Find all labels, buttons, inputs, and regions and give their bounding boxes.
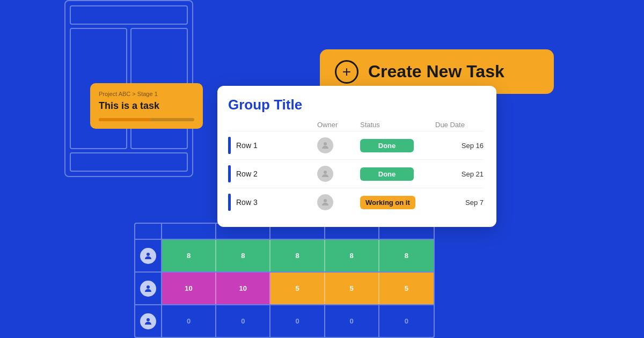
gantt-header-cells bbox=[162, 224, 434, 239]
gantt-header-row bbox=[135, 224, 434, 240]
task-breadcrumb: Project ABC > Stage 1 bbox=[99, 91, 194, 97]
row-accent bbox=[228, 165, 231, 182]
col-header-owner: Owner bbox=[317, 121, 360, 129]
gantt-cell: 0 bbox=[379, 305, 434, 337]
gantt-cell: 0 bbox=[270, 305, 325, 337]
gantt-cells-2: 10 10 5 5 5 bbox=[162, 273, 434, 304]
row-3-avatar bbox=[317, 194, 333, 210]
gantt-row-1: 8 8 8 8 8 bbox=[135, 240, 434, 273]
row-1-avatar bbox=[317, 137, 333, 153]
gantt-col-3 bbox=[270, 224, 325, 239]
svg-point-5 bbox=[147, 318, 150, 321]
group-title: Group Title bbox=[228, 97, 484, 113]
svg-point-1 bbox=[324, 171, 327, 174]
row-2-avatar bbox=[317, 166, 333, 182]
svg-point-3 bbox=[147, 253, 150, 256]
plus-icon: + bbox=[335, 60, 358, 84]
gantt-col-4 bbox=[325, 224, 379, 239]
gantt-row-2: 10 10 5 5 5 bbox=[135, 273, 434, 305]
gantt-cell: 8 bbox=[270, 240, 325, 271]
row-2-name: Row 2 bbox=[236, 170, 258, 178]
table-row: Row 3 Working on it Sep 7 bbox=[228, 188, 484, 216]
table-row: Row 1 Done Sep 16 bbox=[228, 131, 484, 159]
table-header: Owner Status Due Date bbox=[228, 119, 484, 131]
gantt-row-3: 0 0 0 0 0 bbox=[135, 305, 434, 337]
svg-point-0 bbox=[324, 142, 327, 145]
table-card: Group Title Owner Status Due Date Row 1 … bbox=[217, 86, 496, 227]
table-row: Row 2 Done Sep 21 bbox=[228, 159, 484, 188]
gantt-cell: 10 bbox=[162, 273, 216, 304]
gantt-header-left bbox=[135, 224, 162, 239]
progress-bar-bg bbox=[99, 118, 194, 121]
gantt-avatar-2 bbox=[135, 273, 162, 304]
row-2-name-cell: Row 2 bbox=[228, 165, 317, 182]
row-accent bbox=[228, 194, 231, 211]
col-header-due: Due Date bbox=[435, 121, 484, 129]
row-1-name: Row 1 bbox=[236, 141, 258, 150]
row-1-due: Sep 16 bbox=[435, 142, 484, 150]
svg-point-2 bbox=[324, 199, 327, 202]
gantt-cell: 0 bbox=[162, 305, 216, 337]
gantt-col-2 bbox=[216, 224, 270, 239]
row-2-due: Sep 21 bbox=[435, 170, 484, 178]
gantt-col-5 bbox=[379, 224, 434, 239]
gantt-cell: 8 bbox=[379, 240, 434, 271]
svg-point-4 bbox=[147, 285, 150, 289]
gantt-cell: 0 bbox=[216, 305, 270, 337]
gantt-cell: 8 bbox=[216, 240, 270, 271]
gantt-cell: 8 bbox=[162, 240, 216, 271]
row-1-name-cell: Row 1 bbox=[228, 137, 317, 154]
task-title: This is a task bbox=[99, 100, 194, 112]
gantt-grid: 8 8 8 8 8 10 10 5 5 5 bbox=[134, 223, 435, 338]
row-3-name-cell: Row 3 bbox=[228, 194, 317, 211]
row-3-due: Sep 7 bbox=[435, 199, 484, 207]
gantt-section: 8 8 8 8 8 10 10 5 5 5 bbox=[134, 223, 435, 338]
col-header-status: Status bbox=[360, 121, 435, 129]
gantt-cells-3: 0 0 0 0 0 bbox=[162, 305, 434, 337]
gantt-avatar-1 bbox=[135, 240, 162, 271]
mock-bar-2 bbox=[70, 152, 188, 172]
gantt-person-icon-1 bbox=[140, 248, 156, 264]
gantt-cell: 5 bbox=[379, 273, 434, 304]
gantt-cell: 8 bbox=[325, 240, 379, 271]
gantt-person-icon-2 bbox=[140, 281, 156, 297]
gantt-cell: 5 bbox=[325, 273, 379, 304]
mock-bar-1 bbox=[70, 5, 188, 25]
row-1-status: Done bbox=[360, 139, 435, 152]
task-card: Project ABC > Stage 1 This is a task bbox=[90, 83, 203, 129]
row-accent bbox=[228, 137, 231, 154]
gantt-avatar-3 bbox=[135, 305, 162, 337]
gantt-cells-1: 8 8 8 8 8 bbox=[162, 240, 434, 271]
gantt-cell: 10 bbox=[216, 273, 270, 304]
gantt-col-1 bbox=[162, 224, 216, 239]
create-task-label: Create New Task bbox=[368, 62, 504, 82]
row-3-status: Working on it bbox=[360, 196, 435, 209]
row-2-status: Done bbox=[360, 167, 435, 181]
gantt-person-icon-3 bbox=[140, 313, 156, 329]
gantt-cell: 0 bbox=[325, 305, 379, 337]
gantt-cell: 5 bbox=[270, 273, 325, 304]
col-header-name bbox=[237, 121, 317, 129]
progress-bar-fill bbox=[99, 118, 151, 121]
row-3-name: Row 3 bbox=[236, 198, 258, 207]
